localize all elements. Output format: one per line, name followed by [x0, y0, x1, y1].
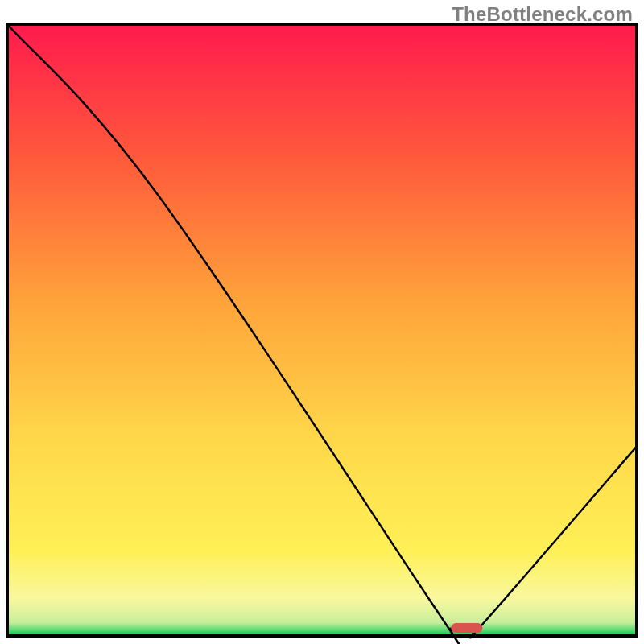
chart-background — [7, 24, 637, 636]
watermark-text: TheBottleneck.com — [452, 3, 633, 26]
min-marker — [451, 623, 482, 633]
chart-container: TheBottleneck.com — [0, 0, 644, 644]
chart-svg — [0, 0, 644, 644]
